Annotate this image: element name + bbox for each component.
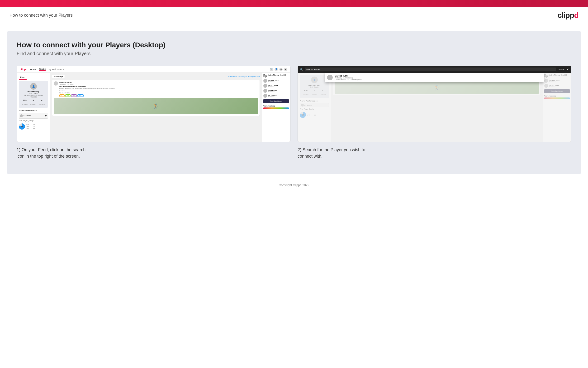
quality-label-text-1: Total Player Quality (19, 120, 33, 121)
profile-role-2: Golf Coach (302, 86, 327, 88)
profile-area-1: 👤 Blair McHarg Golf Coach Mill Ride Golf… (19, 81, 48, 108)
stat-activities: 129 Activities (22, 99, 27, 106)
dropdown-arrow-icon-1: ▾ (45, 113, 47, 118)
control-text-1[interactable]: Control who can see your activity and da… (228, 76, 260, 77)
player-select-row-1[interactable]: Eli Vincent ▾ (19, 113, 48, 119)
player-avatar-piers (263, 84, 267, 88)
screenshot-container-2: clippd Home Teams My Performance 👤 Blair… (298, 66, 571, 142)
tag-ott-1: OTT (59, 94, 65, 97)
right-panel-1: Most Active Players - Last 30 days Richa… (262, 73, 290, 142)
right-panel-2: Most Active Players - Last 30 days Richa… (543, 73, 571, 142)
player-list-item-2: Piers Parnell Activities: 4 (263, 84, 289, 88)
app-body-1: Feed 👤 Blair McHarg Golf Coach Mill Ride… (17, 73, 290, 142)
heatmap-title-1: Team Heatmap (263, 105, 289, 107)
logo-text-ppd: d (574, 11, 579, 19)
stat-following-num: 4 (39, 99, 45, 101)
act-avatar-1 (54, 81, 58, 86)
player-acts-richard: Activities: 7 (268, 81, 280, 83)
profile-club-1: Mill Ride Golf Club, United Kingdom (21, 94, 46, 98)
stat-followers: 3 Followers (30, 99, 36, 106)
nav-icons-1: 🔍 👤 ⚙ ● (270, 68, 287, 71)
avatar-icon-1[interactable]: ● (284, 68, 287, 71)
bars-area-2: OTT 79 (307, 114, 316, 116)
screenshot-block-1: clippd Home Teams My Performance 🔍 👤 ⚙ ● (17, 66, 290, 159)
heatmap-bar-1 (263, 107, 289, 109)
bars-area-1: OTT 79 APP 70 (26, 124, 35, 130)
nav-myperformance-1[interactable]: My Performance (48, 68, 64, 71)
activity-row-1: Richard Butler Yesterday · The Grove Pre… (54, 81, 258, 97)
player-mini-avatar-1 (20, 114, 23, 117)
logo: clippd (558, 11, 579, 20)
app-mockup-1: clippd Home Teams My Performance 🔍 👤 ⚙ ● (17, 66, 290, 142)
activity-image-2: 🏌 (335, 82, 539, 94)
stat-act-2: 129Activities (303, 89, 308, 96)
stat-fol-2: 3Followers (311, 89, 317, 96)
stat-followers-label: Followers (30, 104, 36, 105)
stat-fing-2: 4Following (320, 89, 325, 96)
profile-role-1: Golf Coach (21, 93, 46, 94)
following-button-1[interactable]: Following ▾ (52, 75, 65, 78)
activity-card-1: Richard Butler Yesterday · The Grove Pre… (52, 80, 260, 116)
app-logo-small-1: clippd (20, 68, 27, 71)
screenshot-container-1: clippd Home Teams My Performance 🔍 👤 ⚙ ● (17, 66, 290, 142)
search-input-overlay[interactable] (305, 67, 556, 71)
nav-home-1[interactable]: Home (30, 68, 36, 71)
profile-avatar-1: 👤 (30, 83, 37, 90)
act-duration-1: 02 hr : 00 min (59, 92, 258, 94)
search-result-sub2: Cypress Point Club, United Kingdom (335, 79, 362, 80)
search-result-dropdown: Marcus Turner Yesterday · 1.5 Handicap C… (325, 73, 544, 82)
profile-stats-2: 129Activities 3Followers 4Following (302, 89, 327, 96)
player-select-name-1: Eli Vincent (24, 115, 44, 117)
search-icon-overlay: 🔍 (300, 68, 303, 71)
search-result-item[interactable]: Marcus Turner Yesterday · 1.5 Handicap C… (327, 75, 542, 80)
tag-arg-1: ARG (71, 94, 77, 97)
info-icon-1: ℹ (34, 120, 34, 121)
app-mockup-2: clippd Home Teams My Performance 👤 Blair… (298, 66, 571, 142)
activity-image-1: 🏌 (54, 98, 258, 114)
profile-name-2: Blair McHarg (302, 84, 327, 86)
stat-following-label: Following (39, 104, 45, 105)
score-circle-2: 84 (300, 112, 306, 118)
player-mini-avatar-2 (301, 104, 304, 107)
bar-row-app: APP 70 (26, 126, 35, 128)
tag-putt-1: PUTT (77, 94, 84, 97)
top-gradient-bar (0, 0, 588, 7)
screenshots-row: clippd Home Teams My Performance 🔍 👤 ⚙ ● (17, 66, 571, 159)
profile-name-1: Blair McHarg (21, 91, 46, 93)
caption-2: 2) Search for the Player you wish toconn… (298, 147, 571, 159)
act-name-1: Richard Butler (59, 81, 258, 83)
footer: Copyright Clippd 2022 (0, 179, 588, 192)
left-panel-2: 👤 Blair McHarg Golf Coach 129Activities … (298, 73, 331, 142)
close-button[interactable]: ✕ (566, 68, 569, 71)
profile-avatar-2: 👤 (311, 77, 318, 83)
header-title: How to connect with your Players (9, 13, 73, 18)
search-result-name: Marcus Turner (335, 75, 362, 77)
stat-following: 4 Following (39, 99, 45, 106)
team-dashboard-button-1[interactable]: Team Dashboard (263, 99, 289, 103)
player-perf-title-1: Player Performance (19, 110, 48, 112)
search-result-sub1: Yesterday · 1.5 Handicap (335, 77, 362, 79)
nav-teams-1[interactable]: Teams (39, 68, 46, 71)
player-avatar-eli (263, 94, 267, 98)
app-nav-1: clippd Home Teams My Performance 🔍 👤 ⚙ ● (17, 66, 290, 73)
player-list-item-4: Eli Vincent Activities: 1 (263, 94, 289, 98)
player-list-item-3: Hiral Pujara Activities: 3 (263, 89, 289, 93)
section-subtitle: Find and connect with your Players (17, 51, 571, 56)
profile-icon-1[interactable]: 👤 (274, 68, 278, 71)
act-desc-1: Walking the course with my coach to buil… (59, 88, 258, 89)
search-bar-overlay: 🔍 CLEAR ✕ (298, 66, 571, 73)
player-avatar-hiral (263, 89, 267, 93)
player-name-piers: Piers Parnell (268, 84, 278, 86)
app-body-2: 👤 Blair McHarg Golf Coach 129Activities … (298, 73, 571, 142)
search-icon-1[interactable]: 🔍 (270, 68, 273, 71)
feed-tab-1[interactable]: Feed (19, 75, 26, 80)
player-acts-piers: Activities: 4 (268, 86, 278, 87)
clear-button[interactable]: CLEAR (558, 68, 564, 71)
duration-label-1: Duration (59, 90, 258, 92)
tags-row-1: OTT APP ARG PUTT (59, 94, 258, 97)
act-content-1: Richard Butler Yesterday · The Grove Pre… (59, 81, 258, 97)
score-circle-1: 84 (19, 123, 25, 129)
player-name-eli: Eli Vincent (268, 94, 277, 96)
bar-row-ott: OTT 79 (26, 124, 35, 126)
settings-icon-1[interactable]: ⚙ (279, 68, 283, 71)
